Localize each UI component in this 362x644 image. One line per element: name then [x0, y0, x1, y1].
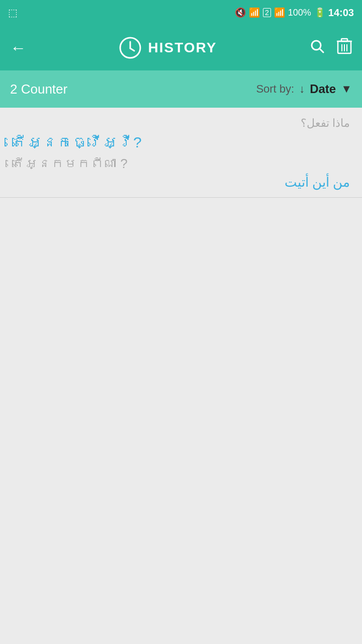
sort-date-label: Date: [310, 82, 336, 96]
sort-bar: 2 Counter Sort by: ↓ Date ▼: [0, 70, 362, 108]
arabic-bottom-text: من أين أتيت: [12, 175, 350, 190]
app-bar-title: HISTORY: [119, 37, 217, 59]
signal-icon: 📶: [274, 7, 285, 18]
svg-line-4: [319, 48, 323, 52]
back-button[interactable]: ←: [10, 39, 26, 57]
sort-arrow-icon: ↓: [299, 83, 305, 96]
sort-by-label: Sort by:: [256, 83, 294, 96]
delete-button[interactable]: [337, 38, 352, 58]
status-bar-right: 🔇 📶 2 📶 100% 🔋 14:03: [235, 7, 354, 19]
status-bar: ⬚ 🔇 📶 2 📶 100% 🔋 14:03: [0, 0, 362, 25]
khmer-secondary-text: តើអ្នកមកពីណា ?: [12, 156, 350, 172]
app-bar: ← HISTORY: [0, 25, 362, 70]
sim2-icon: 2: [263, 8, 271, 17]
search-button[interactable]: [310, 39, 325, 57]
clock-icon: [119, 37, 141, 59]
status-bar-left: ⬚: [8, 7, 18, 19]
app-bar-actions: [310, 38, 352, 58]
battery-percent: 100%: [288, 8, 311, 18]
history-list: ماذا تفعل؟ តើអ្នកធ្វើអ្វី? តើអ្នកមកពីណា …: [0, 108, 362, 644]
list-item[interactable]: ماذا تفعل؟ តើអ្នកធ្វើអ្វី? តើអ្នកមកពីណា …: [0, 108, 362, 198]
screenshot-icon: ⬚: [8, 7, 18, 19]
svg-line-2: [130, 48, 134, 51]
svg-rect-7: [341, 39, 347, 41]
status-time: 14:03: [328, 7, 354, 19]
sort-controls[interactable]: Sort by: ↓ Date ▼: [256, 82, 352, 96]
search-icon: [310, 39, 325, 54]
counter-label: 2 Counter: [10, 82, 67, 97]
app-bar-title-text: HISTORY: [148, 40, 217, 56]
trash-icon: [337, 38, 352, 55]
wifi-icon: 📶: [249, 7, 260, 18]
khmer-primary-text: តើអ្នកធ្វើអ្វី?: [12, 134, 350, 151]
mute-icon: 🔇: [235, 7, 246, 18]
sort-dropdown-icon[interactable]: ▼: [341, 83, 352, 96]
arabic-top-text: ماذا تفعل؟: [12, 117, 350, 130]
battery-icon: 🔋: [314, 7, 325, 18]
